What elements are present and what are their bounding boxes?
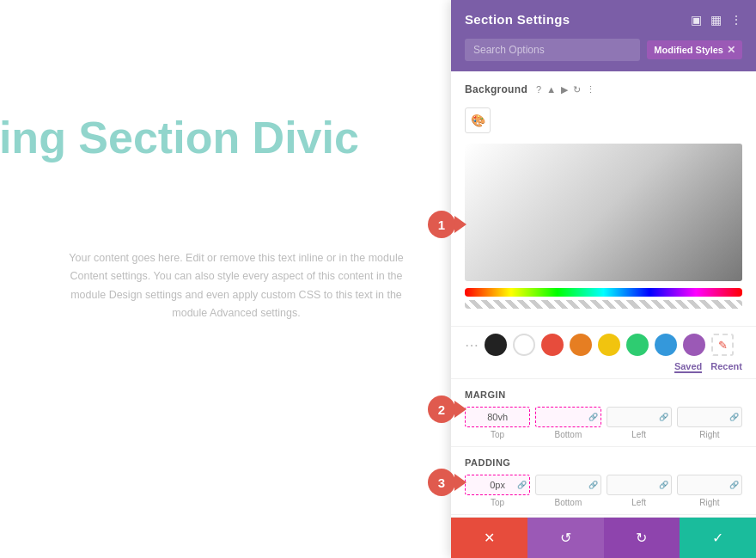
badge-2: 2 [428, 396, 455, 423]
padding-top-link-icon: 🔗 [517, 481, 527, 489]
margin-right-label: Right [699, 430, 719, 439]
grid-icon[interactable]: ▦ [710, 13, 722, 27]
margin-right-field: 🔗 Right [677, 407, 742, 439]
badge-1-arrow [454, 216, 466, 233]
swatch-red[interactable] [541, 334, 564, 356]
reset-icon[interactable]: ↻ [573, 84, 581, 95]
confirm-button[interactable]: ✓ [680, 518, 756, 558]
paint-icon: 🎨 [471, 113, 485, 127]
panel-search-bar: Modified Styles ✕ [451, 39, 756, 71]
modified-styles-label: Modified Styles [654, 45, 723, 55]
padding-right-link-icon: 🔗 [729, 481, 739, 489]
modified-styles-close[interactable]: ✕ [727, 44, 735, 56]
page-heading: ving Section Divic [0, 112, 359, 163]
badge-1: 1 [428, 211, 455, 238]
padding-left-label: Left [631, 498, 646, 507]
hue-slider[interactable] [465, 288, 742, 297]
badge-2-arrow [454, 401, 466, 418]
margin-left-field: 🔗 Left [607, 407, 672, 439]
padding-left-field: 🔗 Left [607, 475, 672, 507]
swatch-blue[interactable] [655, 334, 677, 356]
panel-footer: ✕ ↺ ↻ ✓ [451, 517, 756, 558]
badge-1-container: 1 [428, 211, 466, 238]
undo-button[interactable]: ↺ [527, 518, 604, 558]
pencil-icon: ✎ [718, 339, 728, 352]
color-swatches-row: ⋯ ✎ [465, 334, 742, 356]
panel-body: Background ? ▲ ▶ ↻ ⋮ 🎨 [451, 71, 756, 517]
margin-grid: Top 🔗 Bottom 🔗 Left [465, 407, 742, 439]
redo-button[interactable]: ↻ [604, 518, 680, 558]
panel-title: Section Settings [465, 12, 570, 27]
padding-top-label: Top [491, 498, 504, 507]
margin-top-input[interactable] [465, 407, 530, 427]
search-input[interactable] [465, 39, 640, 61]
device-icon[interactable]: ▲ [546, 84, 556, 95]
margin-top-label: Top [491, 430, 504, 439]
more-swatches-icon[interactable]: ⋯ [465, 337, 479, 353]
swatch-orange[interactable] [570, 334, 592, 356]
margin-top-field: Top [465, 407, 530, 439]
badge-3: 3 [428, 469, 455, 496]
more-icon[interactable]: ⋮ [730, 13, 742, 27]
background-section: Background ? ▲ ▶ ↻ ⋮ 🎨 [451, 71, 756, 327]
margin-bottom-field: 🔗 Bottom [535, 407, 601, 439]
swatch-white[interactable] [513, 334, 535, 356]
margin-left-label: Left [631, 430, 646, 439]
padding-section: Padding 🔗 Top 🔗 Bottom [451, 447, 756, 515]
swatch-yellow[interactable] [598, 334, 620, 356]
padding-right-field: 🔗 Right [677, 475, 742, 507]
panel-header-icons: ▣ ▦ ⋮ [691, 13, 742, 27]
padding-bottom-label: Bottom [555, 498, 582, 507]
padding-top-field: 🔗 Top [465, 475, 530, 507]
help-icon[interactable]: ? [536, 84, 541, 95]
panel-header: Section Settings ▣ ▦ ⋮ [451, 0, 756, 39]
modified-styles-tag[interactable]: Modified Styles ✕ [647, 40, 742, 59]
color-swatches-section: ⋯ ✎ Saved Recent [451, 327, 756, 379]
background-label: Background [465, 83, 527, 95]
tab-recent[interactable]: Recent [710, 361, 742, 373]
section-settings-panel: Section Settings ▣ ▦ ⋮ Modified Styles ✕… [451, 0, 756, 558]
padding-bottom-field: 🔗 Bottom [535, 475, 601, 507]
tab-saved[interactable]: Saved [674, 361, 702, 373]
options-icon[interactable]: ⋮ [586, 84, 595, 95]
badge-2-container: 2 [428, 396, 466, 423]
padding-label: Padding [465, 457, 742, 468]
background-section-icons: ? ▲ ▶ ↻ ⋮ [536, 84, 595, 95]
color-tabs: Saved Recent [465, 361, 742, 373]
background-swatch-row: 🎨 [465, 104, 742, 138]
badge-3-arrow [454, 474, 466, 491]
color-gradient-picker[interactable] [465, 144, 742, 281]
padding-grid: 🔗 Top 🔗 Bottom 🔗 Left [465, 475, 742, 507]
margin-bottom-link-icon: 🔗 [588, 413, 598, 421]
swatch-purple[interactable] [683, 334, 705, 356]
margin-section: Margin Top 🔗 Bottom [451, 379, 756, 447]
alpha-slider[interactable] [465, 300, 742, 309]
restore-icon[interactable]: ▣ [691, 13, 702, 27]
custom-color-swatch[interactable]: ✎ [711, 334, 734, 356]
cursor-icon[interactable]: ▶ [561, 84, 568, 95]
background-color-swatch[interactable]: 🎨 [465, 107, 491, 133]
swatch-green[interactable] [626, 334, 649, 356]
margin-right-link-icon: 🔗 [729, 413, 739, 421]
swatch-black[interactable] [485, 334, 507, 356]
page-background: ving Section Divic Your content goes her… [0, 0, 455, 558]
margin-bottom-label: Bottom [555, 430, 582, 439]
background-section-header: Background ? ▲ ▶ ↻ ⋮ [465, 83, 742, 95]
margin-left-link-icon: 🔗 [659, 413, 668, 421]
cancel-button[interactable]: ✕ [451, 518, 527, 558]
margin-label: Margin [465, 389, 742, 400]
padding-right-label: Right [699, 498, 719, 507]
padding-left-link-icon: 🔗 [659, 481, 668, 489]
badge-3-container: 3 [428, 469, 466, 496]
padding-bottom-link-icon: 🔗 [588, 481, 598, 489]
page-body-text: Your content goes here. Edit or remove t… [52, 249, 421, 322]
